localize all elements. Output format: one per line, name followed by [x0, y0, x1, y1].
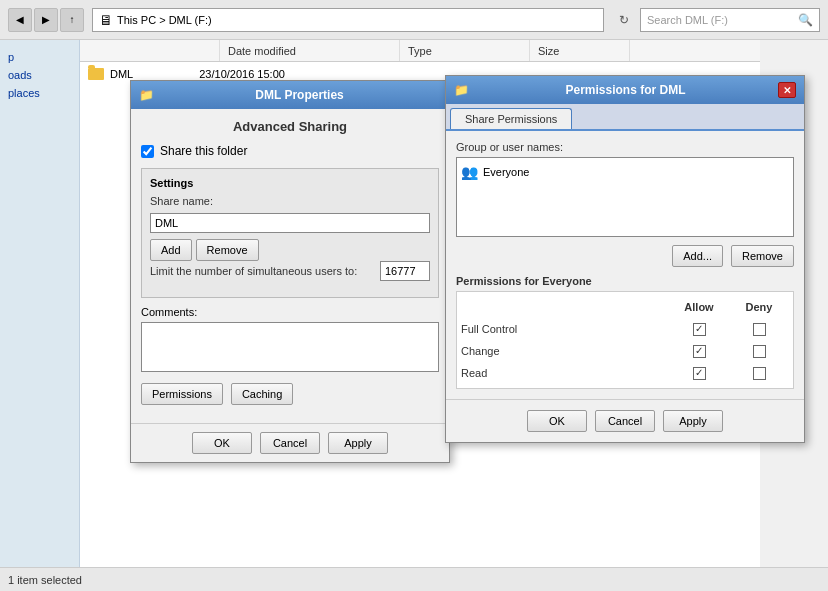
- read-allow-checkbox[interactable]: [693, 367, 706, 380]
- allow-col-header: Allow: [669, 301, 729, 313]
- limit-row: Limit the number of simultaneous users t…: [150, 261, 430, 281]
- dml-cancel-button[interactable]: Cancel: [260, 432, 320, 454]
- group-users-label: Group or user names:: [456, 141, 794, 153]
- table-row: Change: [461, 340, 789, 362]
- settings-group-label: Settings: [150, 177, 430, 189]
- advanced-sharing-title: Advanced Sharing: [141, 119, 439, 134]
- file-date: 23/10/2016 15:00: [199, 68, 285, 80]
- remove-button[interactable]: Remove: [196, 239, 259, 261]
- table-row: Full Control: [461, 318, 789, 340]
- remove-user-button[interactable]: Remove: [731, 245, 794, 267]
- nav-icons: ◀ ▶ ↑: [8, 8, 84, 32]
- dml-properties-title: DML Properties: [158, 88, 441, 102]
- add-remove-row: Add Remove: [150, 239, 430, 261]
- permissions-table: Allow Deny Full Control Change: [456, 291, 794, 389]
- perms-header-row: Allow Deny: [461, 296, 789, 318]
- perms-cache-row: Permissions Caching: [141, 383, 439, 405]
- tab-bar: Share Permissions: [446, 104, 804, 131]
- dml-properties-titlebar: 📁 DML Properties: [131, 81, 449, 109]
- share-name-input[interactable]: [150, 213, 430, 233]
- perm-full-control-label: Full Control: [461, 323, 669, 335]
- list-item[interactable]: 👥 Everyone: [461, 162, 789, 182]
- user-icon: 👥: [461, 164, 477, 180]
- user-name: Everyone: [483, 166, 529, 178]
- users-list: 👥 Everyone: [456, 157, 794, 237]
- permissions-ok-button[interactable]: OK: [527, 410, 587, 432]
- permissions-title: Permissions for DML: [473, 83, 778, 97]
- share-name-label: Share name:: [150, 195, 220, 207]
- share-folder-label: Share this folder: [160, 144, 247, 158]
- permissions-cancel-button[interactable]: Cancel: [595, 410, 655, 432]
- comments-section: Comments:: [141, 306, 439, 375]
- caching-button[interactable]: Caching: [231, 383, 293, 405]
- full-control-deny-checkbox[interactable]: [753, 323, 766, 336]
- search-bar[interactable]: Search DML (F:) 🔍: [640, 8, 820, 32]
- add-button[interactable]: Add: [150, 239, 192, 261]
- close-button[interactable]: ✕: [778, 82, 796, 98]
- comments-label: Comments:: [141, 306, 439, 318]
- col-type[interactable]: Type: [400, 40, 530, 61]
- settings-group: Settings Share name: Add Remove Limit th…: [141, 168, 439, 298]
- full-control-allow-checkbox[interactable]: [693, 323, 706, 336]
- search-icon[interactable]: 🔍: [798, 13, 813, 27]
- tab-share-permissions[interactable]: Share Permissions: [450, 108, 572, 129]
- status-text: 1 item selected: [8, 574, 82, 586]
- change-allow-checkbox[interactable]: [693, 345, 706, 358]
- sidebar-item-p[interactable]: p: [4, 48, 75, 66]
- permissions-dialog: 📁 Permissions for DML ✕ Share Permission…: [445, 75, 805, 443]
- permissions-body: Group or user names: 👥 Everyone Add... R…: [446, 131, 804, 399]
- sidebar-item-oads[interactable]: oads: [4, 66, 75, 84]
- permissions-button[interactable]: Permissions: [141, 383, 223, 405]
- deny-col-header: Deny: [729, 301, 789, 313]
- dml-ok-button[interactable]: OK: [192, 432, 252, 454]
- address-text: This PC > DML (F:): [117, 14, 212, 26]
- table-row: Read: [461, 362, 789, 384]
- comments-textarea[interactable]: [141, 322, 439, 372]
- limit-input[interactable]: [380, 261, 430, 281]
- sidebar: p oads places: [0, 40, 80, 591]
- perm-change-label: Change: [461, 345, 669, 357]
- status-bar: 1 item selected: [0, 567, 828, 591]
- file-name: DML: [110, 68, 133, 80]
- share-name-row: Share name:: [150, 195, 430, 207]
- sidebar-item-places[interactable]: places: [4, 84, 75, 102]
- dml-properties-buttons: OK Cancel Apply: [131, 423, 449, 462]
- search-placeholder: Search DML (F:): [647, 14, 728, 26]
- dml-apply-button[interactable]: Apply: [328, 432, 388, 454]
- share-folder-row: Share this folder: [141, 144, 439, 158]
- add-user-button[interactable]: Add...: [672, 245, 723, 267]
- col-date[interactable]: Date modified: [220, 40, 400, 61]
- limit-label: Limit the number of simultaneous users t…: [150, 265, 374, 277]
- forward-button[interactable]: ▶: [34, 8, 58, 32]
- share-folder-checkbox[interactable]: [141, 145, 154, 158]
- explorer-toolbar: ◀ ▶ ↑ 🖥 This PC > DML (F:) ↻ Search DML …: [0, 0, 828, 40]
- advanced-sharing-section: Advanced Sharing Share this folder Setti…: [131, 109, 449, 423]
- up-button[interactable]: ↑: [60, 8, 84, 32]
- dml-properties-dialog: 📁 DML Properties Advanced Sharing Share …: [130, 80, 450, 463]
- col-size[interactable]: Size: [530, 40, 630, 61]
- permissions-for-label: Permissions for Everyone: [456, 275, 794, 287]
- refresh-button[interactable]: ↻: [612, 8, 636, 32]
- read-deny-checkbox[interactable]: [753, 367, 766, 380]
- back-button[interactable]: ◀: [8, 8, 32, 32]
- perm-read-label: Read: [461, 367, 669, 379]
- users-add-remove-row: Add... Remove: [456, 245, 794, 267]
- permissions-folder-icon: 📁: [454, 83, 469, 97]
- change-deny-checkbox[interactable]: [753, 345, 766, 358]
- address-bar[interactable]: 🖥 This PC > DML (F:): [92, 8, 604, 32]
- column-headers: Name Date modified Type Size: [0, 40, 760, 62]
- permissions-footer: OK Cancel Apply: [446, 399, 804, 442]
- permissions-apply-button[interactable]: Apply: [663, 410, 723, 432]
- folder-title-icon: 📁: [139, 88, 154, 102]
- folder-icon: [88, 68, 104, 80]
- permissions-titlebar: 📁 Permissions for DML ✕: [446, 76, 804, 104]
